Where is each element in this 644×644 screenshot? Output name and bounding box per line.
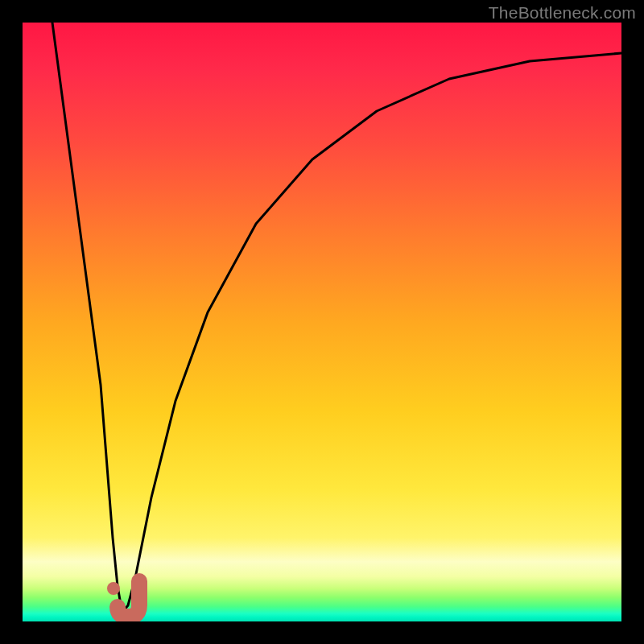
- background-gradient: [23, 23, 621, 621]
- plot-area: [23, 23, 621, 621]
- watermark-text: TheBottleneck.com: [489, 3, 636, 23]
- chart-frame: TheBottleneck.com: [0, 0, 644, 644]
